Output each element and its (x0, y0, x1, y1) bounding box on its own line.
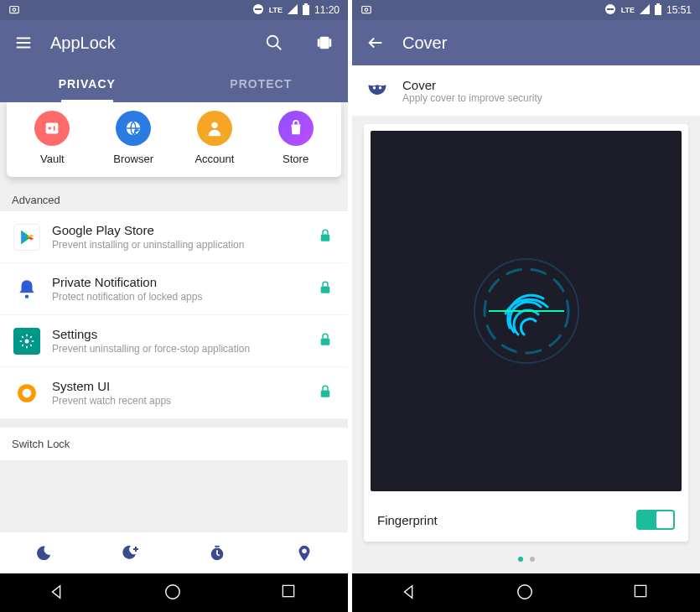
search-icon[interactable] (264, 33, 284, 53)
back-icon[interactable] (366, 33, 386, 53)
svg-rect-41 (635, 585, 646, 596)
nav-location[interactable] (279, 544, 329, 563)
svg-rect-5 (304, 3, 308, 5)
list-item[interactable]: Private NotificationProtect notification… (0, 263, 348, 315)
signal-icon (640, 4, 650, 17)
svg-point-40 (518, 585, 532, 599)
app-title: AppLock (50, 34, 247, 53)
system-nav (0, 573, 348, 612)
lock-icon[interactable] (318, 332, 334, 350)
list-item[interactable]: SettingsPrevent uninstalling or force-st… (0, 315, 348, 367)
svg-point-26 (302, 548, 307, 553)
svg-rect-8 (318, 39, 320, 46)
svg-point-19 (25, 339, 29, 343)
quick-actions-card: Vault Browser Account (7, 102, 341, 177)
item-sub: Prevent uninstalling or force-stop appli… (52, 343, 306, 355)
quick-store[interactable]: Store (255, 111, 336, 165)
item-title: Settings (52, 327, 306, 341)
item-sub: Prevent installing or uninstalling appli… (52, 239, 306, 251)
network-icon: LTE (269, 6, 283, 14)
item-title: System UI (52, 379, 306, 393)
network-icon: LTE (621, 6, 635, 14)
svg-rect-4 (303, 5, 309, 15)
recents-button[interactable] (280, 583, 300, 603)
phone-left: LTE 11:20 AppLock PRIVACY PROTECT (0, 0, 348, 612)
svg-point-6 (267, 36, 278, 47)
svg-rect-23 (321, 390, 330, 397)
svg-rect-9 (329, 39, 332, 46)
svg-point-36 (379, 86, 382, 90)
svg-point-27 (166, 585, 180, 599)
lock-icon[interactable] (318, 280, 334, 298)
svg-rect-33 (655, 5, 661, 15)
quick-label: Store (283, 153, 309, 165)
quick-label: Vault (40, 153, 65, 165)
bell-icon (13, 276, 40, 303)
cover-card[interactable]: Fingerprint (364, 124, 688, 542)
recents-button[interactable] (632, 583, 652, 603)
list-item[interactable]: System UIPrevent watch recent apps (0, 367, 348, 419)
status-bar: LTE 11:20 (0, 0, 348, 20)
menu-icon[interactable] (13, 33, 34, 53)
nav-night[interactable] (18, 544, 69, 563)
clock-text: 15:51 (666, 4, 692, 16)
svg-rect-16 (321, 234, 330, 241)
nav-timer[interactable] (192, 544, 242, 563)
svg-point-11 (49, 127, 52, 130)
svg-rect-20 (321, 338, 330, 345)
home-button[interactable] (516, 583, 536, 603)
section-switch-lock: Switch Lock (0, 428, 348, 460)
quick-browser[interactable]: Browser (93, 111, 174, 165)
svg-rect-34 (656, 3, 660, 5)
svg-rect-12 (54, 126, 55, 131)
system-nav (352, 573, 700, 612)
signal-icon (288, 4, 298, 17)
lock-icon[interactable] (318, 384, 334, 402)
section-advanced: Advanced (0, 189, 348, 211)
phone-right: LTE 15:51 Cover Cover Apply cover to imp… (352, 0, 700, 612)
home-button[interactable] (163, 583, 184, 603)
svg-point-30 (365, 8, 368, 10)
tab-protect[interactable]: PROTECT (174, 65, 349, 102)
cover-label: Fingerprint (377, 513, 438, 527)
clock-text: 11:20 (314, 4, 340, 16)
svg-point-35 (373, 86, 376, 90)
globe-icon (116, 111, 151, 146)
camera-icon (360, 3, 372, 18)
app-title: Cover (402, 34, 687, 53)
svg-rect-18 (321, 286, 330, 293)
svg-rect-25 (215, 545, 220, 547)
tab-privacy[interactable]: PRIVACY (0, 65, 174, 102)
quick-vault[interactable]: Vault (12, 111, 93, 165)
app-list: Google Play StorePrevent installing or u… (0, 211, 348, 419)
svg-point-15 (211, 122, 217, 128)
dnd-icon (604, 3, 616, 18)
quick-account[interactable]: Account (174, 111, 256, 165)
theme-icon[interactable] (314, 33, 334, 53)
app-bar: Cover (352, 20, 700, 65)
cover-toggle[interactable] (636, 510, 675, 530)
person-icon (197, 111, 232, 146)
bag-icon (278, 111, 314, 146)
play-store-icon (13, 224, 40, 251)
svg-rect-10 (46, 123, 59, 134)
bottom-nav (0, 532, 348, 573)
dot[interactable] (530, 557, 535, 562)
lock-icon[interactable] (318, 228, 334, 246)
item-title: Google Play Store (52, 223, 306, 237)
cover-sub: Apply cover to improve security (402, 92, 542, 104)
item-title: Private Notification (52, 275, 306, 289)
nav-night-plus[interactable] (106, 543, 156, 563)
svg-point-22 (23, 388, 32, 397)
item-sub: Protect notification of locked apps (52, 291, 306, 303)
back-button[interactable] (400, 583, 420, 603)
list-item[interactable]: Google Play StorePrevent installing or u… (0, 211, 348, 263)
fingerprint-preview (371, 131, 682, 491)
circle-icon (13, 380, 40, 407)
app-bar: AppLock (0, 20, 348, 65)
back-button[interactable] (48, 583, 68, 603)
gear-icon (13, 328, 40, 355)
battery-icon (303, 3, 309, 18)
cover-title: Cover (402, 78, 542, 92)
dot[interactable] (518, 557, 523, 562)
